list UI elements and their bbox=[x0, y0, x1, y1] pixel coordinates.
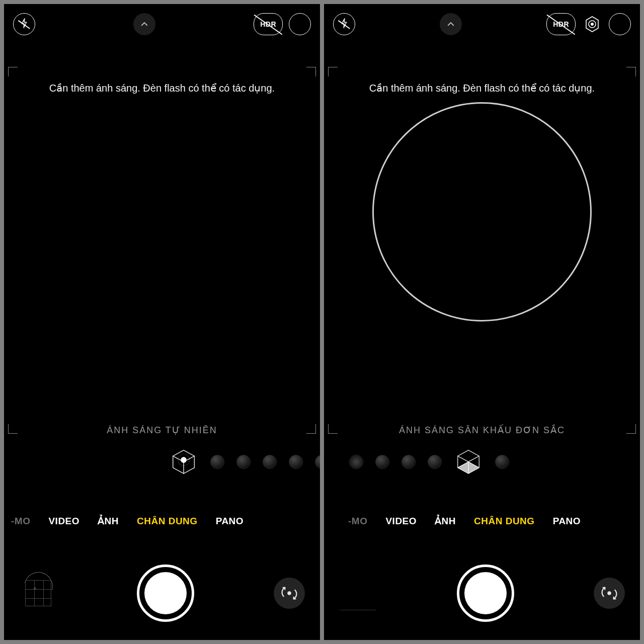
flip-camera-icon bbox=[282, 586, 297, 601]
f-aperture-icon: f bbox=[618, 19, 621, 30]
live-photo-button[interactable] bbox=[582, 14, 603, 35]
flash-icon bbox=[340, 18, 348, 30]
lighting-mode-label: ÁNH SÁNG SÂN KHẤU ĐƠN SẮC bbox=[324, 425, 640, 436]
mode-photo[interactable]: ẢNH bbox=[98, 515, 119, 527]
screenshot-pair: HDR f Cần thêm ánh sáng. Đèn flash có th… bbox=[0, 0, 644, 644]
flip-camera-button[interactable] bbox=[274, 578, 305, 609]
mode-portrait[interactable]: CHÂN DUNG bbox=[474, 516, 535, 527]
mode-photo[interactable]: ẢNH bbox=[435, 515, 456, 527]
flip-camera-button[interactable] bbox=[594, 578, 625, 609]
mode-portrait[interactable]: CHÂN DUNG bbox=[137, 516, 198, 527]
hdr-off-button[interactable]: HDR bbox=[546, 13, 576, 35]
shutter-inner-icon bbox=[464, 572, 507, 614]
chevron-up-icon bbox=[140, 20, 149, 29]
flip-camera-icon bbox=[602, 586, 617, 601]
top-controls: HDR f bbox=[4, 4, 320, 44]
lighting-mode-picker[interactable] bbox=[324, 447, 640, 477]
svg-point-0 bbox=[181, 457, 187, 463]
hdr-label: HDR bbox=[260, 20, 276, 28]
hdr-off-button[interactable]: HDR bbox=[254, 13, 283, 35]
lighting-mode-picker[interactable] bbox=[4, 447, 320, 477]
f-aperture-icon: f bbox=[298, 19, 301, 30]
depth-control-button[interactable]: f bbox=[609, 13, 631, 35]
live-photo-icon bbox=[584, 16, 601, 33]
camera-screen-right: HDR f Cần thêm ánh sáng. Đèn flash có th… bbox=[324, 4, 640, 640]
camera-mode-selector[interactable]: -MO VIDEO ẢNH CHÂN DUNG PANO bbox=[4, 515, 320, 527]
lighting-option-dot[interactable] bbox=[349, 455, 363, 469]
viewfinder-frame[interactable] bbox=[8, 67, 316, 434]
lighting-option-dot[interactable] bbox=[210, 455, 224, 469]
mode-pano[interactable]: PANO bbox=[553, 516, 581, 527]
lighting-natural-cube-icon[interactable] bbox=[169, 447, 198, 476]
portrait-face-circle bbox=[372, 102, 592, 321]
lighting-option-dot[interactable] bbox=[289, 455, 303, 469]
bottom-controls: + bbox=[4, 565, 320, 622]
expand-controls-button[interactable] bbox=[440, 13, 462, 35]
lighting-option-dot[interactable] bbox=[495, 455, 509, 469]
mode-slomo-cut[interactable]: -MO bbox=[11, 516, 30, 527]
mode-pano[interactable]: PANO bbox=[216, 516, 244, 527]
mode-video[interactable]: VIDEO bbox=[385, 516, 417, 527]
chevron-up-icon bbox=[446, 20, 455, 29]
bottom-controls bbox=[324, 565, 640, 622]
camera-mode-selector[interactable]: -MO VIDEO ẢNH CHÂN DUNG PANO bbox=[324, 515, 640, 527]
lighting-stage-mono-cube-icon[interactable] bbox=[454, 447, 483, 476]
camera-screen-left: HDR f Cần thêm ánh sáng. Đèn flash có th… bbox=[4, 4, 320, 640]
svg-point-5 bbox=[591, 23, 594, 26]
lighting-mode-label: ÁNH SÁNG TỰ NHIÊN bbox=[4, 425, 320, 436]
last-photo-thumbnail-placeholder[interactable] bbox=[339, 610, 377, 618]
low-light-hint: Cần thêm ánh sáng. Đèn flash có thể có t… bbox=[4, 82, 320, 94]
svg-point-6 bbox=[607, 591, 611, 595]
lighting-option-dot[interactable] bbox=[315, 455, 320, 469]
frame-corner-icon bbox=[328, 67, 338, 76]
lighting-option-dot[interactable] bbox=[428, 455, 442, 469]
flash-icon bbox=[20, 18, 28, 30]
top-controls: HDR f bbox=[324, 4, 640, 44]
depth-control-button[interactable]: f bbox=[289, 13, 311, 35]
shutter-inner-icon bbox=[144, 572, 187, 614]
frame-corner-icon bbox=[626, 67, 636, 76]
low-light-hint: Cần thêm ánh sáng. Đèn flash có thể có t… bbox=[324, 82, 640, 94]
lighting-option-dot[interactable] bbox=[401, 455, 416, 469]
frame-corner-icon bbox=[8, 67, 18, 76]
mode-video[interactable]: VIDEO bbox=[48, 516, 79, 527]
lighting-option-dot[interactable] bbox=[263, 455, 277, 469]
shutter-button[interactable] bbox=[137, 565, 194, 622]
flash-off-button[interactable] bbox=[13, 13, 35, 35]
flash-off-button[interactable] bbox=[333, 13, 355, 35]
expand-controls-button[interactable] bbox=[133, 13, 155, 35]
hdr-label: HDR bbox=[553, 20, 569, 28]
mode-slomo-cut[interactable]: -MO bbox=[348, 516, 367, 527]
lighting-option-dot[interactable] bbox=[236, 455, 251, 469]
shutter-button[interactable] bbox=[457, 565, 514, 622]
lighting-option-dot[interactable] bbox=[375, 455, 389, 469]
last-photo-thumbnail[interactable]: + bbox=[19, 574, 57, 612]
svg-point-2 bbox=[287, 591, 291, 595]
frame-corner-icon bbox=[306, 67, 316, 76]
